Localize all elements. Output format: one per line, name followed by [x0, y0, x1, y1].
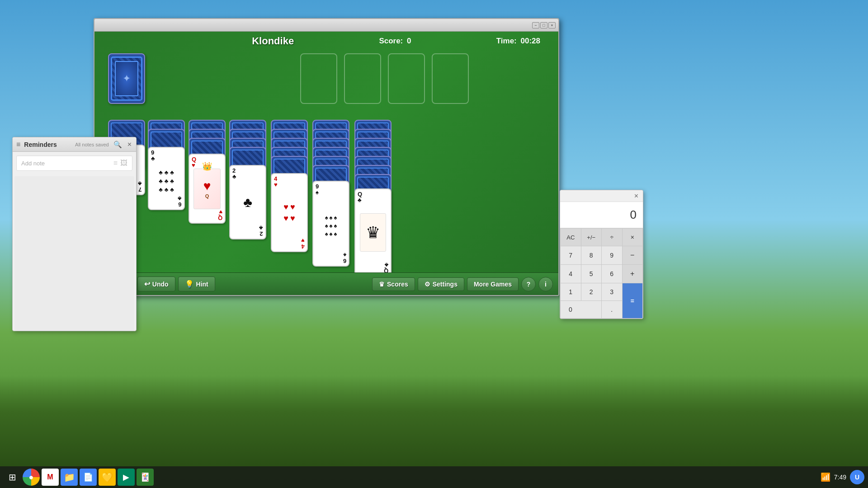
reminders-title: Reminders — [24, 141, 57, 148]
btn-multiply[interactable]: × — [623, 229, 643, 246]
score-display: Score: 0 — [379, 37, 411, 46]
more-games-label: More Games — [474, 281, 512, 288]
game-header: Klondike Score: 0 Time: 00:28 — [94, 32, 558, 49]
btn-minus[interactable]: − — [623, 246, 643, 264]
calculator-window: × 0 AC +/− ÷ × 7 8 9 − 4 5 6 + 1 2 3 = 0… — [560, 190, 643, 319]
score-label: Score: — [379, 37, 403, 45]
play-store-icon[interactable]: ▶ — [118, 469, 135, 486]
help-button[interactable]: ? — [521, 277, 536, 291]
game-area: Klondike Score: 0 Time: 00:28 ✦ — [94, 32, 558, 272]
taskbar: ⊞ ● M 📁 📄 💛 ▶ 🃏 📶 7:49 U — [0, 466, 868, 488]
btn-1[interactable]: 1 — [561, 283, 581, 300]
btn-9[interactable]: 9 — [602, 246, 622, 264]
card-9-spades[interactable]: 9♠ ♠♠♠ ♠♠♠ ♠♠♠ 6♠ — [312, 181, 349, 267]
hint-button[interactable]: 💡 Hint — [178, 277, 215, 291]
taskbar-right: 📶 7:49 U — [821, 470, 864, 484]
time-value: 00:28 — [521, 37, 540, 45]
reminders-controls: All notes saved 🔍 × — [75, 141, 132, 149]
foundation-slot-4[interactable] — [432, 53, 469, 104]
list-icon[interactable]: ≡ — [113, 159, 118, 167]
game-toolbar: ✦ New ↩ Undo 💡 Hint ♛ Scores ⚙ Settings — [94, 272, 558, 295]
btn-equals[interactable]: = — [623, 283, 643, 318]
toolbar-right: ♛ Scores ⚙ Settings More Games ? i — [372, 277, 553, 291]
card-4-hearts[interactable]: 4♥ ♥♥ ♥♥ 4♥ — [271, 173, 308, 252]
chrome-browser-icon[interactable]: ● — [23, 469, 40, 486]
btn-4[interactable]: 4 — [561, 265, 581, 283]
scores-icon: ♛ — [379, 281, 385, 288]
undo-button[interactable]: ↩ Undo — [137, 277, 175, 291]
calculator-display: 0 — [560, 202, 643, 228]
card-queen-clubs[interactable]: Q♣ ♛ Q♣ — [354, 188, 392, 277]
hint-label: Hint — [196, 281, 208, 288]
docs-icon[interactable]: 📄 — [80, 469, 97, 486]
deck-card[interactable]: ✦ — [108, 53, 145, 104]
add-note-input[interactable]: Add note ≡ 🖼 — [16, 155, 132, 171]
calculator-close-button[interactable]: × — [633, 192, 639, 200]
solitaire-icon[interactable]: 🃏 — [137, 469, 154, 486]
solitaire-window: − □ × Klondike Score: 0 Time: 00:28 — [94, 18, 559, 296]
menu-icon: ≡ — [16, 141, 20, 149]
keep-icon[interactable]: 💛 — [99, 469, 116, 486]
btn-7[interactable]: 7 — [561, 246, 581, 264]
reminders-status: All notes saved — [75, 142, 109, 147]
foundation-slot-2[interactable] — [344, 53, 381, 104]
btn-3[interactable]: 3 — [602, 283, 622, 300]
settings-icon: ⚙ — [425, 281, 430, 288]
foundation-slot-1[interactable] — [300, 53, 337, 104]
foundation-slot-3[interactable] — [388, 53, 425, 104]
btn-0[interactable]: 0 — [561, 301, 601, 318]
reminders-window: ≡ Reminders All notes saved 🔍 × Add note… — [12, 137, 137, 331]
calculator-titlebar: × — [560, 190, 643, 202]
btn-5[interactable]: 5 — [581, 265, 602, 283]
calculator-buttons: AC +/− ÷ × 7 8 9 − 4 5 6 + 1 2 3 = 0 . — [560, 228, 643, 319]
btn-2[interactable]: 2 — [581, 283, 602, 300]
info-button[interactable]: i — [538, 277, 553, 291]
settings-button[interactable]: ⚙ Settings — [418, 277, 464, 291]
more-games-button[interactable]: More Games — [467, 277, 519, 291]
hint-icon: 💡 — [185, 280, 194, 288]
btn-ac[interactable]: AC — [561, 229, 581, 246]
btn-plus[interactable]: + — [623, 265, 643, 283]
card-queen-hearts[interactable]: Q♥ ♥ Q 👑 Q♥ — [189, 154, 226, 224]
time-label: Time: — [496, 37, 517, 45]
scores-button[interactable]: ♛ Scores — [372, 277, 415, 291]
maximize-button[interactable]: □ — [540, 22, 547, 28]
stock-pile[interactable]: ✦ — [108, 53, 145, 104]
files-icon[interactable]: 📁 — [61, 469, 78, 486]
reminders-titlebar: ≡ Reminders All notes saved 🔍 × — [13, 137, 136, 152]
scores-label: Scores — [387, 281, 408, 288]
reminders-close-button[interactable]: × — [127, 141, 132, 148]
btn-divide[interactable]: ÷ — [602, 229, 622, 246]
btn-decimal[interactable]: . — [602, 301, 622, 318]
btn-8[interactable]: 8 — [581, 246, 602, 264]
display-value: 0 — [630, 208, 637, 222]
reminders-content-area — [14, 176, 134, 331]
avatar[interactable]: U — [850, 470, 864, 484]
card-2-clubs[interactable]: 2♣ ♣ 2♣ — [229, 165, 266, 239]
note-input-icons: ≡ 🖼 — [113, 159, 127, 167]
landscape — [0, 376, 868, 466]
add-note-placeholder: Add note — [21, 160, 45, 167]
wifi-icon[interactable]: 📶 — [821, 472, 830, 482]
undo-label: Undo — [152, 281, 169, 288]
image-icon[interactable]: 🖼 — [120, 159, 127, 167]
gmail-icon[interactable]: M — [42, 469, 59, 486]
solitaire-titlebar: − □ × — [94, 19, 558, 32]
foundation-area — [300, 53, 469, 104]
game-title: Klondike — [252, 35, 294, 47]
card-9-clubs[interactable]: 9♣ ♣♣♣ ♣♣♣ ♣♣♣ 6♣ — [148, 147, 185, 210]
reminders-title-group: ≡ Reminders — [16, 141, 57, 149]
settings-label: Settings — [433, 281, 458, 288]
time-display: 7:49 — [834, 474, 846, 481]
app-launcher-button[interactable]: ⊞ — [4, 469, 21, 486]
minimize-button[interactable]: − — [532, 22, 539, 28]
close-button[interactable]: × — [548, 22, 556, 28]
score-value: 0 — [407, 37, 411, 45]
undo-icon: ↩ — [144, 280, 150, 288]
taskbar-left: ⊞ ● M 📁 📄 💛 ▶ 🃏 — [4, 469, 154, 486]
reminders-search-button[interactable]: 🔍 — [113, 141, 123, 149]
btn-6[interactable]: 6 — [602, 265, 622, 283]
reminders-body: Add note ≡ 🖼 — [13, 152, 136, 174]
time-display: Time: 00:28 — [496, 37, 540, 46]
btn-sign[interactable]: +/− — [581, 229, 602, 246]
